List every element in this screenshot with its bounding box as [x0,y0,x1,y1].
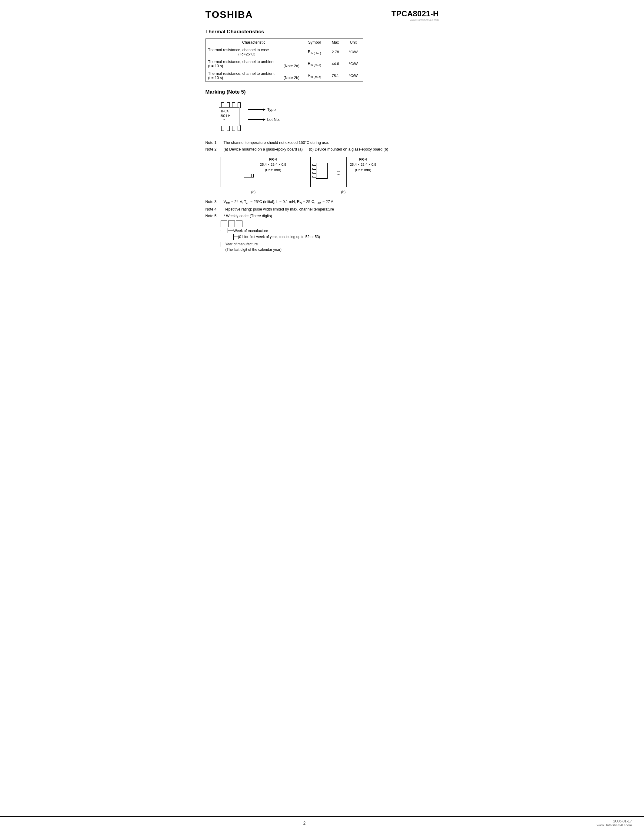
board-box-b [310,157,347,187]
marking-section-title: Marking (Note 5) [206,89,439,95]
note4-text: Repetitive rating: pulse width limited b… [224,207,439,211]
ic-star: * [224,119,225,122]
marking-section: Marking (Note 5) TPCA 8021-H * [206,89,439,132]
note1-text: The channel temperature should not excee… [224,141,439,145]
note2-text: (a) Device mounted on a glass-epoxy boar… [224,147,439,151]
table-row: Thermal resistance, channel to ambient (… [206,58,363,70]
board-a-with-label: FR-4 25.4 × 25.4 × 0.8 (Unit: mm) [221,157,287,189]
year-detail-label: (The last digit of the calendar year) [225,248,282,252]
board-diagram-a: FR-4 25.4 × 25.4 × 0.8 (Unit: mm) (a) [221,157,287,194]
marking-diagram: TPCA 8021-H * Type [214,99,439,132]
part-number: TPCA8021-H [391,9,438,18]
notes-section: Note 1: The channel temperature should n… [206,141,439,252]
note1-label: Note 1: [206,141,224,145]
board-box-a [221,157,257,187]
year-label: Year of manufacture [225,242,258,246]
ic-text-line2: 8021-H [221,114,231,117]
col-symbol: Symbol [302,39,327,47]
week-label: Week of manufacture [233,229,268,233]
col-unit: Unit [344,39,363,47]
weekly-box-1 [221,220,227,227]
lot-label: Lot No. [267,117,280,122]
board-a-label: (a) [251,190,256,194]
page-header: TOSHIBA TPCA8021-H www.DataSheet4U.com [206,9,439,21]
weekly-code-diagram: Week of manufacture (01 for first week o… [221,220,439,252]
note2-label: Note 2: [206,147,224,151]
symbol-3: Rth (ch-a) [302,70,327,82]
year-detail: (The last digit of the calendar year) [225,247,439,252]
note-3: Note 3: VDD = 24 V, Tch = 25°C (initial)… [206,199,439,205]
board-b-label: (b) [341,190,346,194]
col-max: Max [327,39,344,47]
fr4-label-a: FR-4 25.4 × 25.4 × 0.8 (Unit: mm) [260,157,287,173]
type-label: Type [267,107,276,112]
fr4-label-b: FR-4 25.4 × 25.4 × 0.8 (Unit: mm) [350,157,376,173]
thermal-section-title: Thermal Characteristics [206,29,439,35]
ic-package: TPCA 8021-H * [214,102,242,132]
board-b-with-label: FR-4 25.4 × 25.4 × 0.8 (Unit: mm) [310,157,376,189]
symbol-1: Rth (ch-c) [302,47,327,58]
unit-1: °C/W [344,47,363,58]
note-1: Note 1: The channel temperature should n… [206,141,439,145]
weekly-box-3 [236,220,242,227]
week-detail-label: (01 for first week of year, continuing u… [238,235,320,239]
char-desc-3: Thermal resistance, channel to ambient (… [206,70,302,82]
note3-label: Note 3: [206,199,224,205]
note-5: Note 5: * Weekly code: (Three digits) [206,214,439,218]
table-row: Thermal resistance, channel to ambient (… [206,70,363,82]
company-logo: TOSHIBA [206,9,253,20]
week-detail: (01 for first week of year, continuing u… [233,234,439,240]
thermal-table: Characteristic Symbol Max Unit Thermal r… [206,39,363,82]
note-2: Note 2: (a) Device mounted on a glass-ep… [206,147,439,151]
weekly-boxes [221,220,439,227]
max-3: 78.1 [327,70,344,82]
week-annotation: Week of manufacture [221,228,439,233]
weekly-annotations: Week of manufacture (01 for first week o… [221,228,439,252]
col-characteristic: Characteristic [206,39,302,47]
char-desc-1: Thermal resistance, channel to case (Tc=… [206,47,302,58]
symbol-2: Rth (ch-a) [302,58,327,70]
table-row: Thermal resistance, channel to case (Tc=… [206,47,363,58]
note5-label: Note 5: [206,214,224,218]
char-desc-2: Thermal resistance, channel to ambient (… [206,58,302,70]
unit-2: °C/W [344,58,363,70]
note4-label: Note 4: [206,207,224,211]
max-1: 2.78 [327,47,344,58]
max-2: 44.6 [327,58,344,70]
marking-labels: Type Lot No. [248,107,280,122]
note-4: Note 4: Repetitive rating: pulse width l… [206,207,439,211]
year-annotation: Year of manufacture [221,242,439,246]
unit-3: °C/W [344,70,363,82]
board-diagrams: FR-4 25.4 × 25.4 × 0.8 (Unit: mm) (a) [221,157,439,194]
board-diagram-b: FR-4 25.4 × 25.4 × 0.8 (Unit: mm) (b) [310,157,376,194]
weekly-box-2 [228,220,235,227]
type-label-row: Type [248,107,280,112]
note3-text: VDD = 24 V, Tch = 25°C (initial), L = 0.… [224,199,439,205]
ic-text-line1: TPCA [221,109,229,113]
watermark: www.DataSheet4U.com [391,18,438,21]
lot-label-row: Lot No. [248,117,280,122]
note5-text: * Weekly code: (Three digits) [224,214,439,218]
